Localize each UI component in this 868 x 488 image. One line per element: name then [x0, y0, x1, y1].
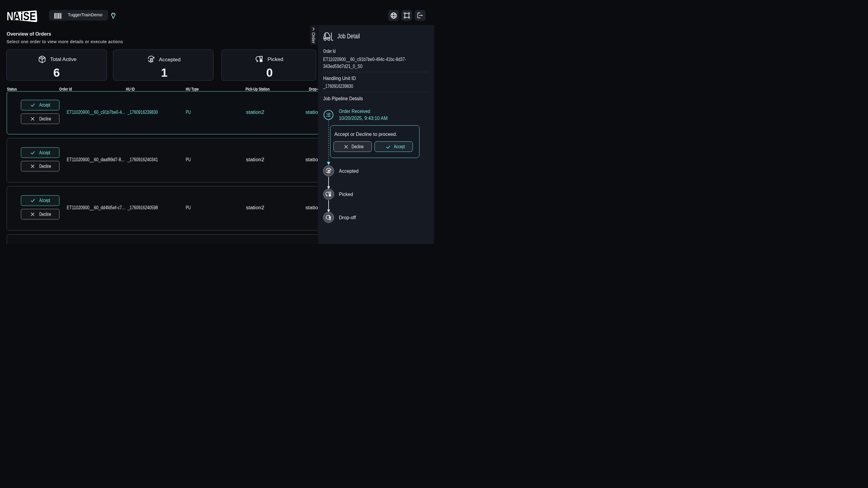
svg-text:NAiSE: NAiSE: [7, 10, 36, 23]
